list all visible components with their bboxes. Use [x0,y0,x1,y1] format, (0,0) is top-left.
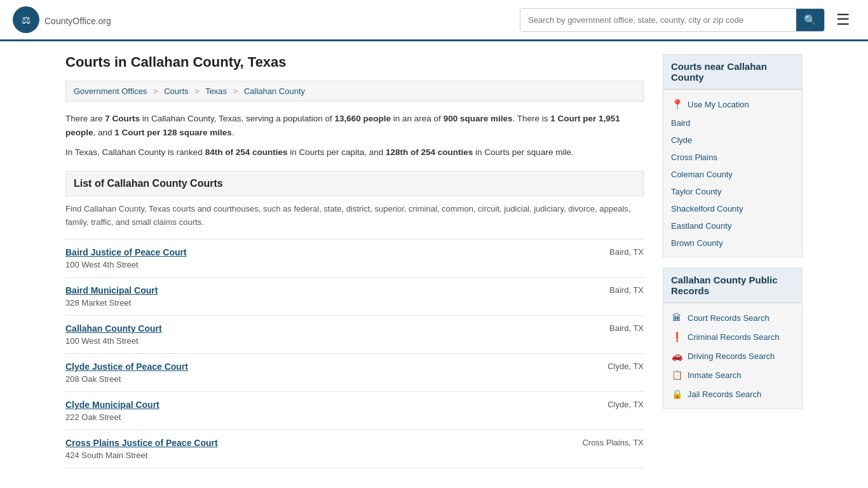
jail-records-icon: 🔒 [671,388,682,400]
area: 900 square miles [444,114,513,123]
court-city-3: Clyde, TX [607,362,644,371]
public-record-4[interactable]: 🔒 Jail Records Search [663,384,802,403]
court-row-2: Callahan County Court Baird, TX [65,323,644,334]
court-city-0: Baird, TX [609,247,644,257]
court-records-icon: 🏛 [671,312,682,323]
search-button[interactable]: 🔍 [796,9,824,31]
main-container: Courts in Callahan County, Texas Governm… [53,41,815,481]
nearby-link-1[interactable]: Clyde [663,132,802,149]
nearby-link-2[interactable]: Cross Plains [663,149,802,166]
court-address-1: 328 Market Street [65,298,644,308]
court-row-4: Clyde Municipal Court Clyde, TX [65,400,644,410]
nearby-link-7[interactable]: Brown County [663,234,802,252]
court-address-2: 100 West 4th Street [65,336,644,346]
courts-nearby-title: Courts near Callahan County [663,55,802,90]
public-record-2-label: Driving Records Search [688,351,775,361]
court-address-5: 424 South Main Street [65,451,644,460]
court-row-3: Clyde Justice of Peace Court Clyde, TX [65,362,644,372]
hamburger-menu-icon[interactable]: ☰ [831,8,855,31]
court-entry-2: Callahan County Court Baird, TX 100 West… [65,315,644,353]
logo-brand: CountyOffice [44,16,96,26]
per-area: 1 Court per 128 square miles [114,128,232,137]
public-record-0-label: Court Records Search [688,313,770,323]
nearby-link-5[interactable]: Shackelford County [663,200,802,217]
court-city-4: Clyde, TX [607,400,644,409]
public-record-1-label: Criminal Records Search [688,332,780,342]
public-records-section: Callahan County Public Records 🏛 Court R… [663,268,803,409]
nearby-link-4-label: Taylor County [671,187,721,196]
rank1: 84th of 254 counties [205,147,288,157]
header-right: 🔍 ☰ [520,8,855,32]
nearby-link-1-label: Clyde [671,135,692,145]
public-records-links: 🏛 Court Records Search ❗ Criminal Record… [663,303,802,409]
courts-nearby-section: Courts near Callahan County 📍 Use My Loc… [663,54,803,257]
list-section-heading: List of Callahan County Courts [65,171,644,196]
court-address-3: 208 Oak Street [65,374,644,384]
public-record-3-label: Inmate Search [688,370,742,380]
svg-text:⚖: ⚖ [22,15,31,25]
breadcrumb-sep-2: > [194,86,200,96]
breadcrumb-gov-offices[interactable]: Government Offices [74,86,147,96]
logo-area: ⚖ CountyOffice.org [13,6,111,33]
courts-list: Baird Justice of Peace Court Baird, TX 1… [65,239,644,468]
court-entry-3: Clyde Justice of Peace Court Clyde, TX 2… [65,353,644,391]
court-name-5[interactable]: Cross Plains Justice of Peace Court [65,438,218,448]
sidebar: Courts near Callahan County 📍 Use My Loc… [663,54,803,468]
public-record-4-label: Jail Records Search [688,390,761,399]
nearby-link-0[interactable]: Baird [663,114,802,132]
breadcrumb-sep-1: > [153,86,158,96]
rank2: 128th of 254 counties [386,147,473,157]
public-record-1[interactable]: ❗ Criminal Records Search [663,327,802,346]
criminal-records-icon: ❗ [671,331,682,342]
logo-text: CountyOffice.org [44,13,111,27]
nearby-link-3[interactable]: Coleman County [663,166,802,183]
public-record-3[interactable]: 📋 Inmate Search [663,365,802,384]
court-address-4: 222 Oak Street [65,412,644,422]
logo-icon: ⚖ [13,6,39,33]
court-row-5: Cross Plains Justice of Peace Court Cros… [65,438,644,448]
breadcrumb-texas[interactable]: Texas [205,86,227,96]
search-bar: 🔍 [520,8,825,32]
public-record-0[interactable]: 🏛 Court Records Search [663,308,802,327]
court-count: 7 Courts [105,114,140,123]
nearby-link-4[interactable]: Taylor County [663,183,802,200]
court-row-1: Baird Municipal Court Baird, TX [65,285,644,295]
court-row-0: Baird Justice of Peace Court Baird, TX [65,247,644,257]
court-city-5: Cross Plains, TX [582,438,644,447]
court-entry-5: Cross Plains Justice of Peace Court Cros… [65,430,644,468]
public-record-2[interactable]: 🚗 Driving Records Search [663,346,802,365]
public-records-title: Callahan County Public Records [663,268,802,303]
breadcrumb-courts[interactable]: Courts [164,86,188,96]
court-name-4[interactable]: Clyde Municipal Court [65,400,159,410]
logo-suffix: .org [96,16,111,26]
nearby-link-5-label: Shackelford County [671,204,743,214]
court-entry-0: Baird Justice of Peace Court Baird, TX 1… [65,239,644,277]
use-my-location-link[interactable]: 📍 Use My Location [663,95,802,114]
list-section-description: Find Callahan County, Texas courts and c… [65,203,644,229]
nearby-link-2-label: Cross Plains [671,152,717,162]
inmate-search-icon: 📋 [671,369,682,381]
nearby-link-6[interactable]: Eastland County [663,217,802,234]
court-name-0[interactable]: Baird Justice of Peace Court [65,247,187,257]
court-city-1: Baird, TX [609,285,644,295]
court-name-2[interactable]: Callahan County Court [65,323,162,334]
court-entry-4: Clyde Municipal Court Clyde, TX 222 Oak … [65,391,644,430]
population: 13,660 people [335,114,391,123]
site-header: ⚖ CountyOffice.org 🔍 ☰ [0,0,868,41]
court-entry-1: Baird Municipal Court Baird, TX 328 Mark… [65,277,644,315]
location-icon: 📍 [671,98,684,111]
court-address-0: 100 West 4th Street [65,260,644,269]
nearby-link-6-label: Eastland County [671,221,731,231]
search-input[interactable] [520,10,796,30]
court-name-3[interactable]: Clyde Justice of Peace Court [65,362,188,372]
content-area: Courts in Callahan County, Texas Governm… [65,54,644,468]
nearby-link-3-label: Coleman County [671,170,733,179]
nearby-link-7-label: Brown County [671,238,723,248]
breadcrumb-sep-3: > [233,86,238,96]
nearby-link-0-label: Baird [671,118,690,128]
breadcrumb-callahan[interactable]: Callahan County [244,86,305,96]
summary-paragraph-1: There are 7 Courts in Callahan County, T… [65,112,644,139]
summary-paragraph-2: In Texas, Callahan County is ranked 84th… [65,146,644,159]
use-my-location-label: Use My Location [688,100,749,109]
court-name-1[interactable]: Baird Municipal Court [65,285,158,295]
